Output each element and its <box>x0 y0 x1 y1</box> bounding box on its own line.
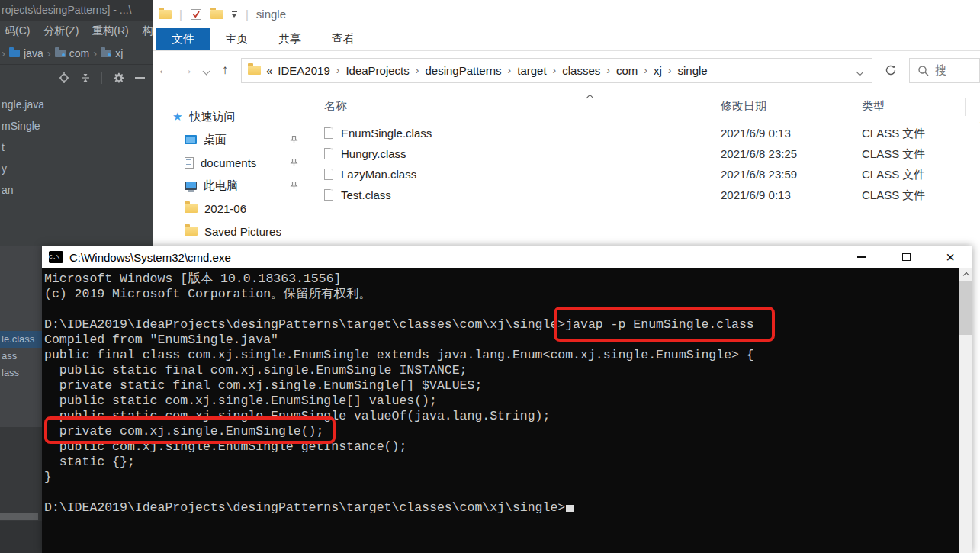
table-row[interactable]: EnumSingle.class 2021/6/9 0:13 CLASS 文件 … <box>309 124 980 144</box>
table-row[interactable]: Test.class 2021/6/9 0:13 CLASS 文件 2 KB <box>309 185 980 206</box>
close-button[interactable]: × <box>928 246 972 268</box>
ide-menu-item-refactor[interactable]: 重构(R) <box>92 24 128 38</box>
tab-share[interactable]: 共享 <box>263 28 316 50</box>
table-row[interactable]: LazyMan.class 2021/6/8 23:59 CLASS 文件 3 … <box>309 165 980 185</box>
hide-panel-minus-icon[interactable] <box>135 77 145 79</box>
ide-breadcrumb-xj[interactable]: xj <box>115 47 123 59</box>
ide-breadcrumb-com[interactable]: com <box>69 47 89 59</box>
column-header-date[interactable]: 修改日期 <box>721 99 766 114</box>
locate-target-icon[interactable] <box>59 72 69 83</box>
package-folder-icon <box>55 50 66 57</box>
tree-item[interactable]: lass <box>0 365 42 381</box>
tab-home[interactable]: 主页 <box>210 28 263 50</box>
ide-project-tree: ngle.java mSingle t y an <box>0 91 153 201</box>
sidebar-item-quick-access[interactable]: ★ 快速访问 <box>160 105 309 128</box>
file-size: 2 KB <box>934 188 980 201</box>
file-size: 1 KB <box>934 127 980 140</box>
address-segment[interactable]: single <box>677 64 707 77</box>
toolbar-divider <box>101 72 102 84</box>
tab-view[interactable]: 查看 <box>316 28 370 50</box>
table-row[interactable]: Hungry.class 2021/6/8 23:25 CLASS 文件 1 K… <box>309 144 980 165</box>
address-segment[interactable]: target <box>517 64 546 77</box>
terminal-line: private static final com.xj.single.EnumS… <box>44 378 959 394</box>
ribbon-tabs: 文件 主页 共享 查看 <box>153 28 980 51</box>
tree-item[interactable]: an <box>0 179 153 201</box>
address-segment[interactable]: IDEA2019 <box>278 64 329 77</box>
minimize-button[interactable] <box>840 246 884 268</box>
terminal-line: Compiled from "EnumSingle.java" <box>44 333 959 348</box>
pin-icon <box>290 135 298 143</box>
address-segment[interactable]: desingPatterns <box>425 64 501 77</box>
forward-arrow-icon[interactable]: → <box>175 63 198 78</box>
file-list-headers: 名称 修改日期 类型 大小 <box>309 96 980 117</box>
sidebar-item-desktop[interactable]: 桌面 <box>160 128 309 151</box>
ide-left-strip: le.class ass lass <box>0 246 42 553</box>
qat-dropdown-icon[interactable] <box>231 11 238 18</box>
address-segment[interactable]: xj <box>654 64 662 77</box>
refresh-button[interactable] <box>872 64 909 76</box>
sidebar-item-documents[interactable]: documents <box>160 151 309 174</box>
scrollbar-thumb[interactable] <box>959 281 972 335</box>
horizontal-scrollbar[interactable] <box>0 513 38 520</box>
address-segment[interactable]: com <box>616 64 638 77</box>
file-date: 2021/6/9 0:13 <box>721 188 791 201</box>
maximize-button[interactable] <box>884 246 928 268</box>
scroll-up-arrow-icon[interactable] <box>959 268 972 281</box>
column-header-name[interactable]: 名称 <box>324 99 347 114</box>
column-header-type[interactable]: 类型 <box>862 99 885 114</box>
address-toolbar: ← → ↑ « IDEA2019› IdeaProjects› desingPa… <box>153 53 980 87</box>
ide-window-title: rojects\desingPatterns] - ...\ <box>0 0 153 21</box>
tree-item[interactable]: ngle.java <box>0 94 153 115</box>
sidebar-item-this-pc[interactable]: 此电脑 <box>160 174 309 197</box>
cmd-titlebar[interactable]: C:\_ C:\Windows\System32\cmd.exe × <box>42 246 972 268</box>
address-bar[interactable]: « IDEA2019› IdeaProjects› desingPatterns… <box>241 58 872 83</box>
computer-icon <box>185 182 197 190</box>
column-divider[interactable] <box>712 98 712 116</box>
explorer-window-title: single <box>256 8 286 21</box>
address-segment[interactable]: classes <box>562 64 600 77</box>
properties-check-icon[interactable] <box>190 8 203 21</box>
ide-menu-item-code[interactable]: 码(C) <box>5 24 30 38</box>
address-folder-icon <box>248 66 261 75</box>
ide-menu-item-analyze[interactable]: 分析(Z) <box>43 24 79 38</box>
settings-gear-icon[interactable] <box>113 72 124 84</box>
ide-breadcrumb-java[interactable]: java <box>24 47 43 59</box>
terminal-cursor <box>566 505 574 512</box>
cmd-window: C:\_ C:\Windows\System32\cmd.exe × Micro… <box>42 246 972 553</box>
recent-locations-chevron-icon[interactable] <box>198 63 214 77</box>
folder-icon <box>185 227 198 236</box>
new-folder-icon[interactable] <box>210 10 223 19</box>
address-dropdown-chevron-icon[interactable] <box>857 64 863 77</box>
terminal-line <box>44 485 959 500</box>
sidebar-label: 快速访问 <box>189 110 235 124</box>
tab-file[interactable]: 文件 <box>156 28 210 50</box>
quick-access-star-icon: ★ <box>172 110 182 124</box>
breadcrumb-separator-icon: › <box>2 47 5 59</box>
explorer-sidebar: ★ 快速访问 桌面 documents 此电脑 <box>160 105 309 243</box>
terminal-output[interactable]: Microsoft Windows [版本 10.0.18363.1556] (… <box>42 268 959 553</box>
sidebar-label: 此电脑 <box>204 178 238 193</box>
up-arrow-icon[interactable]: ↑ <box>214 63 236 78</box>
sidebar-label: Saved Pictures <box>204 225 281 238</box>
tree-item[interactable]: mSingle <box>0 115 153 137</box>
address-prefix: « <box>266 64 272 77</box>
tree-item[interactable]: ass <box>0 348 42 365</box>
sidebar-item-2021-06[interactable]: 2021-06 <box>160 197 309 220</box>
explorer-titlebar: | | single <box>153 0 980 28</box>
sidebar-item-saved-pictures[interactable]: Saved Pictures <box>160 220 309 243</box>
tree-item[interactable]: y <box>0 158 153 179</box>
ide-menu-item-build[interactable]: 构 <box>143 24 153 38</box>
collapse-all-icon[interactable] <box>80 72 91 83</box>
address-segment[interactable]: IdeaProjects <box>345 64 409 77</box>
cmd-app-icon: C:\_ <box>49 251 63 263</box>
column-divider[interactable] <box>853 98 853 116</box>
sidebar-label: documents <box>201 156 256 169</box>
tree-item[interactable]: t <box>0 137 153 158</box>
vertical-scrollbar[interactable] <box>959 268 972 553</box>
tree-item-selected[interactable]: le.class <box>0 331 42 348</box>
column-divider[interactable] <box>965 98 966 116</box>
file-date: 2021/6/8 23:59 <box>721 168 797 181</box>
file-date: 2021/6/9 0:13 <box>721 127 791 140</box>
search-input[interactable]: 搜 <box>909 58 980 83</box>
back-arrow-icon[interactable]: ← <box>153 63 175 78</box>
